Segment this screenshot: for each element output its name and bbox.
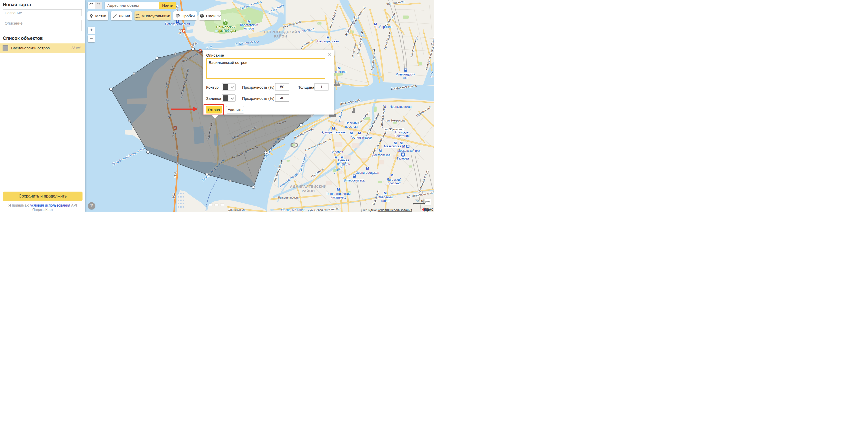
svg-text:Петроградская: Петроградская [317, 39, 339, 43]
svg-text:Новокрестовская: Новокрестовская [165, 22, 190, 26]
svg-text:М: М [327, 36, 330, 40]
svg-text:М: М [337, 187, 340, 191]
svg-text:ул. Жуковского: ул. Жуковского [384, 128, 404, 131]
svg-text:Обводный канал: Обводный канал [281, 208, 306, 212]
svg-text:Адмиралтейская: Адмиралтейская [321, 131, 345, 134]
svg-text:Выборгская: Выборгская [375, 25, 392, 29]
svg-text:Звенигородская: Звенигородская [356, 171, 379, 174]
svg-text:Невский: Невский [345, 121, 358, 125]
svg-text:остров: остров [244, 27, 254, 30]
svg-text:Чернышевская: Чернышевская [390, 105, 411, 108]
svg-text:М: М [338, 66, 341, 70]
svg-text:Обводный: Обводный [378, 195, 393, 199]
svg-text:М: М [358, 131, 361, 135]
svg-text:Восстания: Восстания [395, 134, 410, 138]
svg-text:Приморский: Приморский [216, 25, 235, 29]
svg-text:вкз.: вкз. [403, 76, 408, 79]
svg-text:Финляндский: Финляндский [396, 73, 415, 76]
svg-text:Гостиный двор: Гостиный двор [350, 136, 372, 139]
svg-text:АДМИРАЛТЕЙСКИЙ: АДМИРАЛТЕЙСКИЙ [290, 185, 327, 189]
svg-text:М: М [350, 131, 353, 135]
svg-text:ул. Некрасова: ул. Некрасова [387, 119, 406, 122]
svg-text:канал: канал [381, 199, 390, 203]
svg-text:проспект: проспект [388, 182, 401, 185]
svg-text:Московский вкз.: Московский вкз. [397, 149, 421, 153]
svg-text:М: М [332, 126, 335, 130]
svg-text:М: М [390, 173, 393, 177]
svg-text:ЗСД: ЗСД [172, 193, 175, 199]
svg-text:институт-1: институт-1 [331, 196, 346, 199]
svg-text:М: М [334, 156, 338, 160]
svg-text:Площадь: Площадь [395, 131, 409, 134]
svg-text:РАЙОН: РАЙОН [274, 34, 287, 38]
svg-text:М: М [383, 191, 387, 195]
svg-text:М: М [366, 166, 369, 170]
svg-text:ЗСД: ЗСД [174, 172, 177, 177]
svg-text:Лиговский: Лиговский [387, 178, 401, 182]
svg-text:проспект: проспект [345, 125, 358, 129]
svg-text:Витебский вкз.: Витебский вкз. [344, 178, 365, 182]
svg-text:Двинская ул.: Двинская ул. [228, 208, 245, 211]
svg-text:парк Победы: парк Победы [216, 29, 236, 33]
svg-text:Технологический: Технологический [326, 192, 351, 196]
svg-text:Рижский просп.: Рижский просп. [278, 196, 299, 199]
svg-text:М: М [379, 149, 382, 153]
svg-text:Крестовский: Крестовский [240, 23, 258, 27]
svg-text:Маяковская: Маяковская [384, 144, 401, 148]
svg-text:Сенная: Сенная [338, 159, 349, 162]
svg-text:Садовая: Садовая [331, 150, 343, 154]
svg-text:М: М [402, 144, 405, 149]
svg-text:₽: ₽ [183, 30, 185, 32]
svg-text:РАЙОН: РАЙОН [302, 189, 315, 193]
svg-text:Достоевская: Достоевская [372, 153, 391, 157]
svg-text:М: М [394, 141, 397, 145]
svg-text:Галерея: Галерея [397, 157, 409, 160]
svg-text:М: М [400, 141, 403, 145]
svg-text:ПЕТРОГРАДСКИЙ: ПЕТРОГРАДСКИЙ [264, 30, 297, 34]
